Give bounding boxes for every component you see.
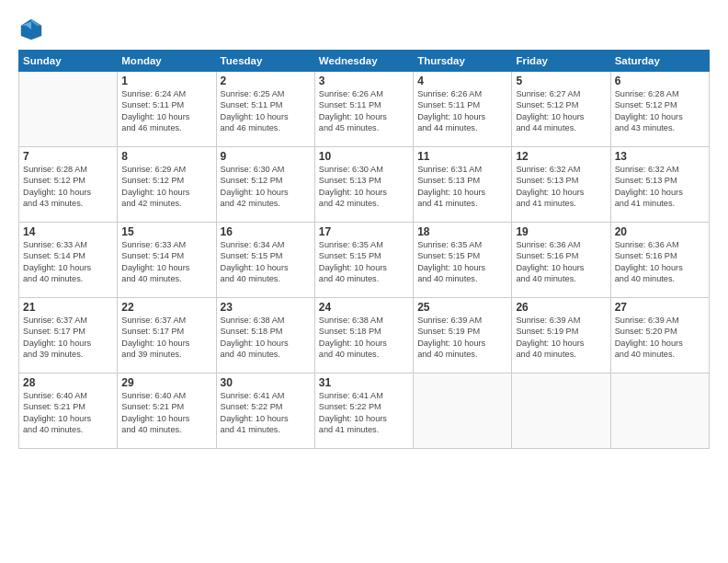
day-number: 28 [23,376,113,389]
calendar-cell: 17Sunrise: 6:35 AM Sunset: 5:15 PM Dayli… [314,223,413,298]
day-info: Sunrise: 6:37 AM Sunset: 5:17 PM Dayligh… [121,315,211,361]
day-info: Sunrise: 6:39 AM Sunset: 5:19 PM Dayligh… [516,315,606,361]
day-number: 14 [23,225,113,238]
calendar-cell [414,373,512,449]
day-number: 19 [516,225,606,238]
day-number: 9 [221,150,311,163]
calendar-cell: 8Sunrise: 6:29 AM Sunset: 5:12 PM Daylig… [118,147,216,223]
calendar-header-sunday: Sunday [19,51,118,72]
day-number: 8 [121,150,211,163]
calendar-cell [19,72,118,147]
day-info: Sunrise: 6:24 AM Sunset: 5:11 PM Dayligh… [121,88,211,134]
day-number: 13 [615,150,705,163]
calendar-cell: 15Sunrise: 6:33 AM Sunset: 5:14 PM Dayli… [118,223,216,298]
day-info: Sunrise: 6:28 AM Sunset: 5:12 PM Dayligh… [23,164,113,210]
header [18,17,710,42]
day-info: Sunrise: 6:32 AM Sunset: 5:13 PM Dayligh… [516,164,606,210]
logo [18,17,46,42]
day-number: 10 [319,150,409,163]
calendar-cell: 9Sunrise: 6:30 AM Sunset: 5:12 PM Daylig… [216,147,314,223]
calendar-week-5: 28Sunrise: 6:40 AM Sunset: 5:21 PM Dayli… [19,373,710,449]
calendar-cell: 13Sunrise: 6:32 AM Sunset: 5:13 PM Dayli… [610,147,709,223]
day-info: Sunrise: 6:27 AM Sunset: 5:12 PM Dayligh… [516,88,606,134]
calendar-cell: 18Sunrise: 6:35 AM Sunset: 5:15 PM Dayli… [414,223,512,298]
day-info: Sunrise: 6:41 AM Sunset: 5:22 PM Dayligh… [221,390,311,436]
page: SundayMondayTuesdayWednesdayThursdayFrid… [0,0,728,563]
day-info: Sunrise: 6:26 AM Sunset: 5:11 PM Dayligh… [319,88,409,134]
calendar-cell: 30Sunrise: 6:41 AM Sunset: 5:22 PM Dayli… [216,373,314,449]
calendar-cell: 4Sunrise: 6:26 AM Sunset: 5:11 PM Daylig… [414,72,512,147]
calendar-week-4: 21Sunrise: 6:37 AM Sunset: 5:17 PM Dayli… [19,298,710,373]
day-number: 16 [221,225,311,238]
day-number: 4 [417,75,507,87]
calendar-header-saturday: Saturday [610,51,709,72]
calendar-cell: 7Sunrise: 6:28 AM Sunset: 5:12 PM Daylig… [19,147,118,223]
calendar-cell: 2Sunrise: 6:25 AM Sunset: 5:11 PM Daylig… [216,72,314,147]
calendar-header-monday: Monday [118,51,216,72]
calendar-cell: 22Sunrise: 6:37 AM Sunset: 5:17 PM Dayli… [118,298,216,373]
day-number: 25 [417,301,507,314]
calendar-cell: 27Sunrise: 6:39 AM Sunset: 5:20 PM Dayli… [610,298,709,373]
calendar-table: SundayMondayTuesdayWednesdayThursdayFrid… [18,50,710,449]
day-info: Sunrise: 6:39 AM Sunset: 5:19 PM Dayligh… [417,315,507,361]
day-info: Sunrise: 6:40 AM Sunset: 5:21 PM Dayligh… [23,390,113,436]
day-info: Sunrise: 6:38 AM Sunset: 5:18 PM Dayligh… [221,315,311,361]
calendar-cell: 21Sunrise: 6:37 AM Sunset: 5:17 PM Dayli… [19,298,118,373]
day-info: Sunrise: 6:36 AM Sunset: 5:16 PM Dayligh… [615,239,705,285]
day-info: Sunrise: 6:31 AM Sunset: 5:13 PM Dayligh… [417,164,507,210]
calendar-cell: 19Sunrise: 6:36 AM Sunset: 5:16 PM Dayli… [512,223,610,298]
day-info: Sunrise: 6:32 AM Sunset: 5:13 PM Dayligh… [615,164,705,210]
calendar-cell: 24Sunrise: 6:38 AM Sunset: 5:18 PM Dayli… [314,298,413,373]
day-number: 18 [417,225,507,238]
day-number: 20 [615,225,705,238]
day-number: 31 [319,376,409,389]
day-info: Sunrise: 6:33 AM Sunset: 5:14 PM Dayligh… [23,239,113,285]
day-info: Sunrise: 6:36 AM Sunset: 5:16 PM Dayligh… [516,239,606,285]
day-number: 23 [221,301,311,314]
day-info: Sunrise: 6:30 AM Sunset: 5:12 PM Dayligh… [221,164,311,210]
calendar-cell: 23Sunrise: 6:38 AM Sunset: 5:18 PM Dayli… [216,298,314,373]
day-info: Sunrise: 6:35 AM Sunset: 5:15 PM Dayligh… [319,239,409,285]
calendar-cell: 10Sunrise: 6:30 AM Sunset: 5:13 PM Dayli… [314,147,413,223]
calendar-header-tuesday: Tuesday [216,51,314,72]
day-info: Sunrise: 6:34 AM Sunset: 5:15 PM Dayligh… [221,239,311,285]
calendar-header-friday: Friday [512,51,610,72]
logo-icon [18,17,44,42]
day-info: Sunrise: 6:39 AM Sunset: 5:20 PM Dayligh… [615,315,705,361]
day-info: Sunrise: 6:28 AM Sunset: 5:12 PM Dayligh… [615,88,705,134]
day-info: Sunrise: 6:29 AM Sunset: 5:12 PM Dayligh… [121,164,211,210]
day-number: 12 [516,150,606,163]
calendar-cell: 20Sunrise: 6:36 AM Sunset: 5:16 PM Dayli… [610,223,709,298]
day-number: 30 [221,376,311,389]
calendar-cell [512,373,610,449]
day-info: Sunrise: 6:35 AM Sunset: 5:15 PM Dayligh… [417,239,507,285]
day-info: Sunrise: 6:26 AM Sunset: 5:11 PM Dayligh… [417,88,507,134]
calendar-cell: 31Sunrise: 6:41 AM Sunset: 5:22 PM Dayli… [314,373,413,449]
calendar-cell: 26Sunrise: 6:39 AM Sunset: 5:19 PM Dayli… [512,298,610,373]
calendar-header-row: SundayMondayTuesdayWednesdayThursdayFrid… [19,51,710,72]
day-number: 3 [319,75,409,87]
calendar-week-2: 7Sunrise: 6:28 AM Sunset: 5:12 PM Daylig… [19,147,710,223]
calendar-cell: 6Sunrise: 6:28 AM Sunset: 5:12 PM Daylig… [610,72,709,147]
day-info: Sunrise: 6:37 AM Sunset: 5:17 PM Dayligh… [23,315,113,361]
day-number: 6 [615,75,705,87]
day-number: 24 [319,301,409,314]
day-number: 11 [417,150,507,163]
day-number: 7 [23,150,113,163]
day-number: 22 [121,301,211,314]
day-number: 5 [516,75,606,87]
day-number: 29 [121,376,211,389]
day-info: Sunrise: 6:40 AM Sunset: 5:21 PM Dayligh… [121,390,211,436]
day-number: 2 [221,75,311,87]
calendar-cell: 14Sunrise: 6:33 AM Sunset: 5:14 PM Dayli… [19,223,118,298]
calendar-cell: 1Sunrise: 6:24 AM Sunset: 5:11 PM Daylig… [118,72,216,147]
calendar-cell: 28Sunrise: 6:40 AM Sunset: 5:21 PM Dayli… [19,373,118,449]
calendar-cell: 11Sunrise: 6:31 AM Sunset: 5:13 PM Dayli… [414,147,512,223]
day-info: Sunrise: 6:25 AM Sunset: 5:11 PM Dayligh… [221,88,311,134]
calendar-cell: 3Sunrise: 6:26 AM Sunset: 5:11 PM Daylig… [314,72,413,147]
calendar-cell: 12Sunrise: 6:32 AM Sunset: 5:13 PM Dayli… [512,147,610,223]
day-number: 1 [121,75,211,87]
calendar-cell: 25Sunrise: 6:39 AM Sunset: 5:19 PM Dayli… [414,298,512,373]
day-number: 27 [615,301,705,314]
day-info: Sunrise: 6:41 AM Sunset: 5:22 PM Dayligh… [319,390,409,436]
